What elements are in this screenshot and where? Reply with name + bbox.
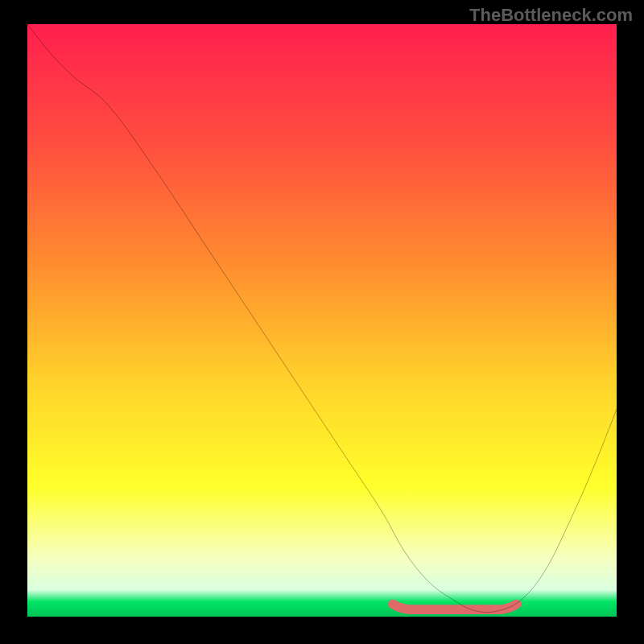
chart-svg <box>27 24 617 617</box>
plot-area <box>27 24 617 617</box>
attribution-label: TheBottleneck.com <box>469 5 633 26</box>
chart-container: TheBottleneck.com <box>0 0 644 644</box>
min-highlight <box>393 605 517 610</box>
gradient-panel <box>27 24 617 617</box>
